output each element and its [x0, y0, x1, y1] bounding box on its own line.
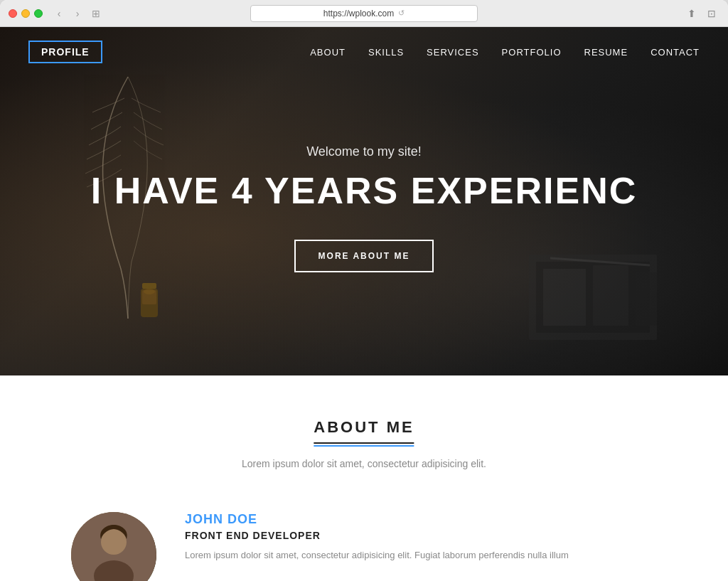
fullscreen-button[interactable]: ⊡ [704, 6, 719, 21]
site-logo[interactable]: PROFILE [28, 41, 102, 63]
browser-titlebar: ‹ › ⊞ https://wplook.com ↺ ⬆ ⊡ [0, 0, 728, 27]
about-section: ABOUT ME Lorem ipsum dolor sit amet, con… [0, 375, 728, 581]
profile-name: JOHN DOE [185, 512, 657, 527]
profile-role: FRONT END DEVELOPER [185, 530, 657, 541]
svg-rect-7 [593, 265, 628, 326]
svg-rect-8 [636, 272, 657, 326]
traffic-lights [9, 9, 43, 18]
nav-about[interactable]: ABOUT [310, 47, 346, 58]
address-bar-container: https://wplook.com ↺ [250, 5, 478, 22]
browser-actions: ⬆ ⊡ [684, 6, 719, 21]
nav-skills[interactable]: SKILLS [368, 47, 404, 58]
profile-bio: Lorem ipsum dolor sit amet, consectetur … [185, 548, 657, 563]
share-button[interactable]: ⬆ [684, 6, 700, 21]
reload-icon[interactable]: ↺ [398, 9, 405, 18]
hero-subtitle: Welcome to my site! [91, 144, 638, 159]
section-title: ABOUT ME [314, 418, 414, 444]
maximize-button[interactable] [34, 9, 43, 18]
about-profile: JOHN DOE FRONT END DEVELOPER Lorem ipsum… [28, 498, 700, 581]
nav-portfolio[interactable]: PORTFOLIO [502, 47, 562, 58]
back-button[interactable]: ‹ [51, 6, 67, 21]
profile-avatar [71, 512, 156, 581]
nav-resume[interactable]: RESUME [584, 47, 628, 58]
hero-cta-button[interactable]: MORE ABOUT ME [294, 240, 434, 272]
main-navigation: PROFILE ABOUT SKILLS SERVICES PORTFOLIO … [0, 27, 728, 77]
minimize-button[interactable] [21, 9, 30, 18]
hero-section: PROFILE ABOUT SKILLS SERVICES PORTFOLIO … [0, 27, 728, 375]
ink-bottle-decoration [128, 276, 171, 333]
hero-content: Welcome to my site! I HAVE 4 YEARS EXPER… [91, 130, 638, 272]
website-content: PROFILE ABOUT SKILLS SERVICES PORTFOLIO … [0, 27, 728, 581]
profile-info: JOHN DOE FRONT END DEVELOPER Lorem ipsum… [185, 512, 657, 563]
url-text: https://wplook.com [323, 9, 394, 18]
close-button[interactable] [9, 9, 17, 18]
hero-title: I HAVE 4 YEARS EXPERIENC [91, 171, 638, 211]
forward-button[interactable]: › [70, 6, 85, 21]
address-bar[interactable]: https://wplook.com ↺ [250, 5, 478, 22]
nav-links-container: ABOUT SKILLS SERVICES PORTFOLIO RESUME C… [310, 47, 700, 58]
section-description: Lorem ipsum dolor sit amet, consectetur … [28, 458, 700, 469]
nav-services[interactable]: SERVICES [427, 47, 479, 58]
browser-navigation: ‹ › ⊞ [51, 6, 104, 21]
browser-window: ‹ › ⊞ https://wplook.com ↺ ⬆ ⊡ [0, 0, 728, 581]
nav-contact[interactable]: CONTACT [651, 47, 700, 58]
avatar-image [71, 512, 156, 581]
svg-rect-6 [543, 269, 586, 326]
svg-rect-0 [142, 283, 156, 289]
tab-button[interactable]: ⊞ [88, 6, 104, 21]
section-header: ABOUT ME Lorem ipsum dolor sit amet, con… [28, 418, 700, 469]
svg-point-3 [144, 289, 155, 294]
